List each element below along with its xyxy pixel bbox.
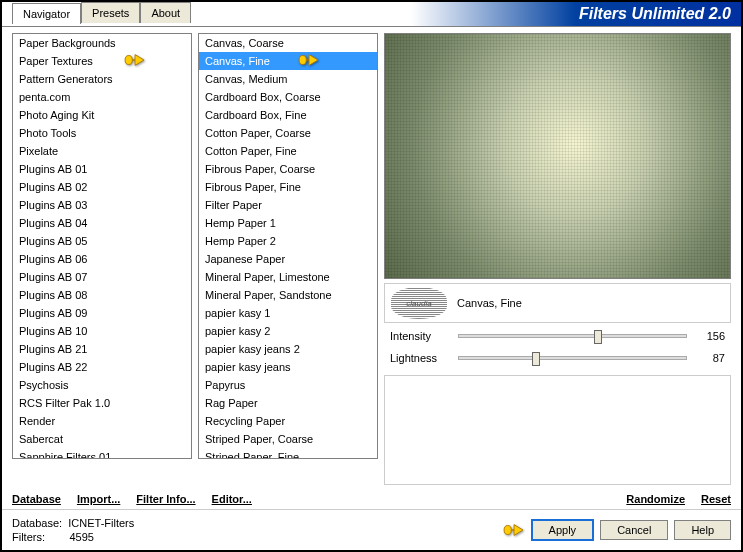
apply-button[interactable]: Apply xyxy=(531,519,595,541)
filter-item[interactable]: papier kasy 1 xyxy=(199,304,377,322)
filter-item[interactable]: papier kasy jeans xyxy=(199,358,377,376)
filter-item[interactable]: Recycling Paper xyxy=(199,412,377,430)
category-item[interactable]: Pattern Generators xyxy=(13,70,191,88)
filter-info-button[interactable]: Filter Info... xyxy=(136,493,195,505)
filter-item[interactable]: Canvas, Fine xyxy=(199,52,377,70)
cancel-button[interactable]: Cancel xyxy=(600,520,668,540)
category-item[interactable]: Plugins AB 03 xyxy=(13,196,191,214)
svg-point-2 xyxy=(504,526,511,535)
filter-item[interactable]: Cardboard Box, Coarse xyxy=(199,88,377,106)
filter-item[interactable]: Fibrous Paper, Coarse xyxy=(199,160,377,178)
category-listbox[interactable]: Paper BackgroundsPaper TexturesPattern G… xyxy=(12,33,192,459)
category-item[interactable]: Plugins AB 09 xyxy=(13,304,191,322)
category-item[interactable]: penta.com xyxy=(13,88,191,106)
filter-item[interactable]: Cardboard Box, Fine xyxy=(199,106,377,124)
current-filter-name: Canvas, Fine xyxy=(457,297,522,309)
category-item[interactable]: Plugins AB 06 xyxy=(13,250,191,268)
category-item[interactable]: RCS Filter Pak 1.0 xyxy=(13,394,191,412)
import-button[interactable]: Import... xyxy=(77,493,120,505)
intensity-slider[interactable] xyxy=(458,334,687,338)
category-item[interactable]: Plugins AB 05 xyxy=(13,232,191,250)
filter-item[interactable]: papier kasy jeans 2 xyxy=(199,340,377,358)
filter-item[interactable]: Canvas, Coarse xyxy=(199,34,377,52)
logo-icon xyxy=(391,287,447,319)
lightness-value: 87 xyxy=(695,352,725,364)
filter-item[interactable]: Cotton Paper, Fine xyxy=(199,142,377,160)
category-item[interactable]: Plugins AB 21 xyxy=(13,340,191,358)
category-item[interactable]: Photo Tools xyxy=(13,124,191,142)
category-item[interactable]: Plugins AB 10 xyxy=(13,322,191,340)
lightness-label: Lightness xyxy=(390,352,450,364)
preview-image xyxy=(384,33,731,279)
filter-item[interactable]: Striped Paper, Coarse xyxy=(199,430,377,448)
database-button[interactable]: Database xyxy=(12,493,61,505)
filter-item[interactable]: Cotton Paper, Coarse xyxy=(199,124,377,142)
category-item[interactable]: Plugins AB 01 xyxy=(13,160,191,178)
tab-navigator[interactable]: Navigator xyxy=(12,3,81,24)
filter-listbox[interactable]: Canvas, CoarseCanvas, FineCanvas, Medium… xyxy=(198,33,378,459)
filter-item[interactable]: Rag Paper xyxy=(199,394,377,412)
randomize-button[interactable]: Randomize xyxy=(626,493,685,505)
footer-info: Database: ICNET-Filters Filters: 4595 xyxy=(12,516,134,544)
filter-item[interactable]: Japanese Paper xyxy=(199,250,377,268)
filter-item[interactable]: Hemp Paper 1 xyxy=(199,214,377,232)
app-title: Filters Unlimited 2.0 xyxy=(191,2,741,26)
filter-item[interactable]: Mineral Paper, Limestone xyxy=(199,268,377,286)
pointer-icon xyxy=(503,521,525,539)
intensity-value: 156 xyxy=(695,330,725,342)
category-item[interactable]: Sapphire Filters 01 xyxy=(13,448,191,459)
category-item[interactable]: Sabercat xyxy=(13,430,191,448)
intensity-slider-row: Intensity 156 xyxy=(384,327,731,345)
filter-item[interactable]: Filter Paper xyxy=(199,196,377,214)
editor-button[interactable]: Editor... xyxy=(212,493,252,505)
category-item[interactable]: Photo Aging Kit xyxy=(13,106,191,124)
filter-item[interactable]: Hemp Paper 2 xyxy=(199,232,377,250)
tab-bar: Navigator Presets About xyxy=(12,2,191,23)
lightness-slider[interactable] xyxy=(458,356,687,360)
tab-about[interactable]: About xyxy=(140,2,191,23)
category-item[interactable]: Pixelate xyxy=(13,142,191,160)
tab-presets[interactable]: Presets xyxy=(81,2,140,23)
intensity-label: Intensity xyxy=(390,330,450,342)
lightness-slider-row: Lightness 87 xyxy=(384,349,731,367)
category-item[interactable]: Plugins AB 07 xyxy=(13,268,191,286)
empty-panel xyxy=(384,375,731,485)
category-item[interactable]: Plugins AB 02 xyxy=(13,178,191,196)
category-item[interactable]: Plugins AB 22 xyxy=(13,358,191,376)
filter-info-row: Canvas, Fine xyxy=(384,283,731,323)
category-item[interactable]: Plugins AB 04 xyxy=(13,214,191,232)
category-item[interactable]: Paper Textures xyxy=(13,52,191,70)
help-button[interactable]: Help xyxy=(674,520,731,540)
category-item[interactable]: Plugins AB 08 xyxy=(13,286,191,304)
filter-item[interactable]: Fibrous Paper, Fine xyxy=(199,178,377,196)
category-item[interactable]: Psychosis xyxy=(13,376,191,394)
category-item[interactable]: Paper Backgrounds xyxy=(13,34,191,52)
reset-button[interactable]: Reset xyxy=(701,493,731,505)
filter-item[interactable]: Papyrus xyxy=(199,376,377,394)
category-item[interactable]: Render xyxy=(13,412,191,430)
filter-item[interactable]: Mineral Paper, Sandstone xyxy=(199,286,377,304)
filter-item[interactable]: Striped Paper, Fine xyxy=(199,448,377,459)
filter-item[interactable]: papier kasy 2 xyxy=(199,322,377,340)
filter-item[interactable]: Canvas, Medium xyxy=(199,70,377,88)
